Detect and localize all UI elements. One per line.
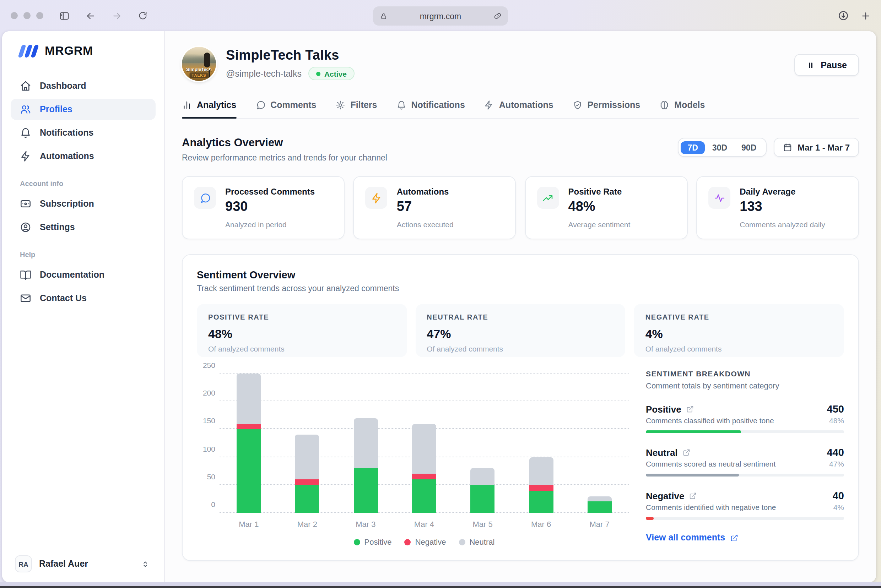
segment-positive <box>588 502 612 513</box>
sidebar-item-notifications[interactable]: Notifications <box>11 122 156 144</box>
external-link-icon[interactable] <box>683 449 690 456</box>
page-link-icon[interactable] <box>494 12 502 20</box>
bar-mar-4[interactable] <box>412 424 436 513</box>
sidebar-item-subscription[interactable]: Subscription <box>11 193 156 214</box>
sidebar-item-automations[interactable]: Automations <box>11 146 156 167</box>
sidebar-item-label: Documentation <box>40 270 104 280</box>
downloads-icon[interactable] <box>837 10 849 21</box>
chevrons-up-down-icon <box>141 559 150 568</box>
x-axis-label: Mar 1 <box>219 520 278 528</box>
sidebar-item-dashboard[interactable]: Dashboard <box>11 75 156 97</box>
sidebar-item-settings[interactable]: Settings <box>11 217 156 238</box>
rate-card-negative-rate: NEGATIVE RATE4%Of analyzed comments <box>634 304 844 357</box>
breakdown-percent: 4% <box>833 503 844 511</box>
segment-neutral <box>471 468 495 485</box>
tab-permissions[interactable]: Permissions <box>573 100 640 118</box>
sidebar-item-contact-us[interactable]: Contact Us <box>11 288 156 309</box>
segment-positive <box>353 468 377 513</box>
tab-label: Permissions <box>588 100 640 110</box>
address-bar[interactable]: mrgrm.com <box>373 6 508 26</box>
lock-icon <box>380 12 387 20</box>
legend-item-positive: Positive <box>354 538 392 546</box>
panel-title: Sentiment Overview <box>197 269 844 280</box>
legend-label: Positive <box>364 538 392 546</box>
bar-mar-5[interactable] <box>471 468 495 513</box>
tab-comments[interactable]: Comments <box>256 100 316 118</box>
breakdown-label: Negative <box>646 490 684 501</box>
shield-check-icon <box>573 100 583 110</box>
main-content: SimpleTech TALKS SimpleTech Talks @simpl… <box>165 31 876 582</box>
rate-label: POSITIVE RATE <box>208 313 395 321</box>
tab-models[interactable]: Models <box>659 100 705 118</box>
y-axis-tick: 0 <box>197 500 215 508</box>
tab-filters[interactable]: Filters <box>335 100 377 118</box>
app-logo[interactable]: MRGRM <box>20 44 156 58</box>
x-axis-label: Mar 7 <box>570 520 629 528</box>
range-button-30d[interactable]: 30D <box>705 141 734 154</box>
pause-button[interactable]: Pause <box>794 54 859 76</box>
metric-caption: Analyzed in period <box>225 220 315 229</box>
tab-label: Notifications <box>411 100 465 110</box>
avatar-text-2: TALKS <box>190 72 209 78</box>
y-axis-tick: 100 <box>197 444 215 453</box>
bar-mar-1[interactable] <box>237 374 261 513</box>
segment-positive <box>295 485 319 513</box>
range-segmented-control: 7D30D90D <box>677 138 766 157</box>
reload-icon[interactable] <box>138 10 148 21</box>
rate-caption: Of analyzed comments <box>645 344 833 353</box>
tab-automations[interactable]: Automations <box>484 100 553 118</box>
tab-label: Models <box>674 100 705 110</box>
forward-arrow-icon[interactable] <box>111 10 122 21</box>
x-axis-label: Mar 3 <box>337 520 395 528</box>
x-axis-label: Mar 4 <box>395 520 454 528</box>
range-button-7d[interactable]: 7D <box>680 141 705 154</box>
sidebar-item-label: Dashboard <box>40 81 86 91</box>
bar-mar-2[interactable] <box>295 435 319 513</box>
breakdown-subtitle: Comment totals by sentiment category <box>646 381 844 390</box>
traffic-light-close[interactable] <box>11 12 18 19</box>
page-title: SimpleTech Talks <box>226 48 355 63</box>
bar-mar-3[interactable] <box>353 418 377 513</box>
external-link-icon[interactable] <box>689 492 697 500</box>
chart-bars-icon <box>182 100 192 110</box>
traffic-light-minimize[interactable] <box>23 12 30 19</box>
metric-card-daily-average: Daily Average133Comments analyzed daily <box>696 176 859 239</box>
legend-item-neutral: Neutral <box>459 538 495 546</box>
logo-text: MRGRM <box>45 44 93 58</box>
sidebar-item-documentation[interactable]: Documentation <box>11 264 156 285</box>
channel-avatar: SimpleTech TALKS <box>182 47 216 81</box>
back-arrow-icon[interactable] <box>85 10 96 21</box>
window-controls <box>11 12 44 19</box>
tab-label: Comments <box>270 100 316 110</box>
logo-icon <box>20 45 39 57</box>
channel-handle: @simple-tech-talks <box>226 69 302 78</box>
tab-analytics[interactable]: Analytics <box>182 100 236 118</box>
tab-notifications[interactable]: Notifications <box>396 100 465 118</box>
progress-fill <box>646 517 654 520</box>
external-link-icon[interactable] <box>686 405 694 413</box>
traffic-light-zoom[interactable] <box>36 12 44 19</box>
progress-fill <box>646 430 741 433</box>
rate-caption: Of analyzed comments <box>427 344 614 353</box>
trend-up-icon <box>543 192 554 204</box>
y-axis-tick: 250 <box>197 361 215 369</box>
view-all-comments-link[interactable]: View all comments <box>646 532 844 543</box>
range-button-90d[interactable]: 90D <box>734 141 764 154</box>
bar-mar-6[interactable] <box>529 457 553 513</box>
breakdown-row-negative: Negative40Comments identified with negat… <box>646 490 844 520</box>
legend-label: Neutral <box>469 538 495 546</box>
sidebar-item-profiles[interactable]: Profiles <box>11 99 156 120</box>
sidebar-item-label: Profiles <box>40 104 72 114</box>
bar-mar-7[interactable] <box>588 496 612 513</box>
date-range-button[interactable]: Mar 1 - Mar 7 <box>773 138 859 157</box>
tab-label: Automations <box>499 100 553 110</box>
user-switcher[interactable]: RA Rafael Auer <box>11 552 156 575</box>
sidebar-toggle-icon[interactable] <box>59 10 70 21</box>
rate-value: 4% <box>645 327 833 342</box>
calendar-icon <box>783 143 792 152</box>
new-tab-icon[interactable] <box>860 10 871 21</box>
rate-label: NEGATIVE RATE <box>645 313 833 321</box>
legend-dot-icon <box>459 538 465 545</box>
chat-icon <box>199 192 210 204</box>
breakdown-title: SENTIMENT BREAKDOWN <box>646 369 844 378</box>
